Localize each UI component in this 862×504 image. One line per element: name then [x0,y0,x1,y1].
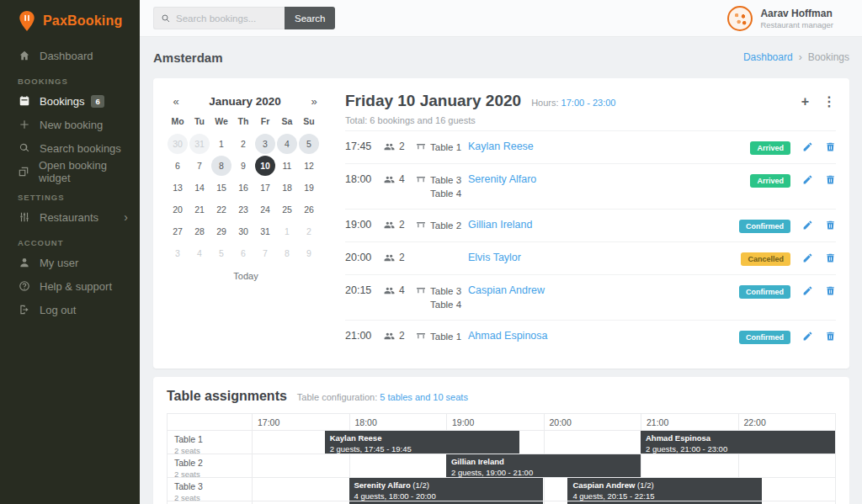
edit-booking-button[interactable] [802,141,813,152]
breadcrumb-separator: › [799,51,802,63]
calendar-day[interactable]: 1 [211,134,231,154]
booking-guest-name-link[interactable]: Serenity Alfaro [468,173,750,185]
calendar-day[interactable]: 4 [277,134,297,154]
edit-booking-button[interactable] [802,331,813,342]
booking-guest-name-link[interactable]: Ahmad Espinosa [468,330,739,342]
calendar-day[interactable]: 2 [299,221,319,241]
logo[interactable]: PaxBooking [0,0,140,44]
breadcrumb-current: Bookings [808,51,849,63]
user-menu[interactable]: Aarav Hoffman Restaurant manager [727,6,849,31]
calendar-day[interactable]: 31 [189,134,210,154]
calendar-day[interactable]: 24 [255,199,275,220]
sidebar-item-bookings[interactable]: Bookings 6 [0,89,140,113]
calendar-day[interactable]: 28 [189,221,210,241]
sidebar: PaxBooking Dashboard BOOKINGS Bookings 6… [0,0,140,504]
assignment-block[interactable]: Serenity Alfaro (1/2) 4 guests, 18:00 - … [349,478,544,501]
assignment-block[interactable]: Ahmad Espinosa 2 guests, 21:00 - 23:00 [641,431,835,454]
calendar-day[interactable]: 30 [168,134,188,154]
table-assignments-title: Table assignments [167,389,287,404]
sidebar-item-dashboard[interactable]: Dashboard [0,44,140,67]
calendar-day[interactable]: 21 [189,199,210,220]
sidebar-nav: Dashboard BOOKINGS Bookings 6 New bookin… [0,44,140,321]
calendar-day[interactable]: 8 [211,156,231,176]
guests-icon [384,141,395,152]
calendar-day[interactable]: 16 [233,178,253,198]
calendar-day[interactable]: 13 [168,178,188,198]
delete-booking-button[interactable] [825,220,836,231]
breadcrumb-dashboard-link[interactable]: Dashboard [743,51,793,63]
booking-guest-name-link[interactable]: Gillian Ireland [468,219,739,231]
calendar-day[interactable]: 9 [299,243,319,263]
calendar-day[interactable]: 26 [299,199,319,220]
sidebar-item-open-booking-widget[interactable]: Open booking widget [0,160,140,183]
delete-booking-button[interactable] [825,141,836,152]
calendar-day[interactable]: 30 [233,221,253,241]
calendar-day[interactable]: 25 [277,199,297,220]
more-options-button[interactable]: ⋮ [822,95,836,109]
calendar-day[interactable]: 19 [299,178,319,198]
timeline-hour-label: 18:00 [349,414,447,430]
calendar-today-link[interactable]: Today [167,271,325,281]
calendar-day[interactable]: 27 [168,221,188,241]
calendar-day[interactable]: 6 [168,156,188,176]
assignment-block[interactable]: Kaylan Reese 2 guests, 17:45 - 19:45 [325,431,519,454]
calendar-day[interactable]: 5 [211,243,231,263]
calendar-prev-button[interactable]: « [170,95,182,108]
calendar-next-button[interactable]: » [308,95,320,108]
guests-icon [384,174,395,185]
sidebar-section-bookings: BOOKINGS [0,67,140,89]
calendar-day-selected[interactable]: 10 [255,156,275,176]
edit-booking-button[interactable] [802,174,813,185]
calendar-day[interactable]: 4 [189,243,210,263]
edit-booking-button[interactable] [802,220,813,231]
calendar-day[interactable]: 7 [189,156,210,176]
search-icon [18,142,30,155]
search-input[interactable] [176,13,278,24]
sidebar-item-new-booking[interactable]: New booking [0,113,140,136]
calendar-day[interactable]: 14 [189,178,210,198]
calendar-day[interactable]: 3 [255,134,275,154]
booking-guest-name-link[interactable]: Elvis Taylor [468,252,741,263]
calendar-day[interactable]: 29 [211,221,231,241]
timeline-hour-label: 21:00 [641,414,738,430]
booking-guest-name-link[interactable]: Caspian Andrew [468,284,739,296]
delete-booking-button[interactable] [825,174,836,185]
timeline-table-row: Table 2 2 seats Gillian Ireland 2 guests… [168,454,835,478]
sidebar-item-search-bookings[interactable]: Search bookings [0,136,140,160]
table-icon [416,219,426,232]
assignment-block[interactable]: Caspian Andrew (1/2) 4 guests, 20:15 - 2… [567,478,762,501]
table-label: Table 2 2 seats [168,454,252,477]
delete-booking-button[interactable] [825,331,836,342]
delete-booking-button[interactable] [825,252,836,263]
calendar-day[interactable]: 31 [255,221,275,241]
assignment-block[interactable]: Gillian Ireland 2 guests, 19:00 - 21:00 [446,454,641,477]
search-button[interactable]: Search [285,7,335,29]
calendar-day[interactable]: 20 [168,199,188,220]
calendar-day[interactable]: 22 [211,199,231,220]
calendar-day[interactable]: 15 [211,178,231,198]
calendar-day[interactable]: 5 [299,134,319,154]
calendar-day[interactable]: 1 [277,221,297,241]
table-configuration-link[interactable]: 5 tables and 10 seats [380,392,468,402]
sidebar-item-restaurants[interactable]: Restaurants › [0,205,140,229]
calendar-day[interactable]: 2 [233,134,253,154]
calendar-day[interactable]: 12 [299,156,319,176]
hours-link[interactable]: 17:00 - 23:00 [561,98,616,108]
calendar-day[interactable]: 8 [277,243,297,263]
add-booking-button[interactable]: + [801,95,809,109]
booking-guest-name-link[interactable]: Kaylan Reese [468,141,750,152]
edit-booking-button[interactable] [802,285,813,296]
sidebar-item-log-out[interactable]: Log out [0,298,140,321]
calendar-day[interactable]: 18 [277,178,297,198]
calendar-day[interactable]: 6 [233,243,253,263]
calendar-day[interactable]: 23 [233,199,253,220]
calendar-day[interactable]: 9 [233,156,253,176]
calendar-day[interactable]: 17 [255,178,275,198]
calendar-day[interactable]: 7 [255,243,275,263]
calendar-day[interactable]: 11 [277,156,297,176]
calendar-day[interactable]: 3 [168,243,188,263]
sidebar-item-help-support[interactable]: Help & support [0,274,140,298]
sidebar-item-my-user[interactable]: My user [0,251,140,274]
delete-booking-button[interactable] [825,285,836,296]
edit-booking-button[interactable] [802,252,813,263]
